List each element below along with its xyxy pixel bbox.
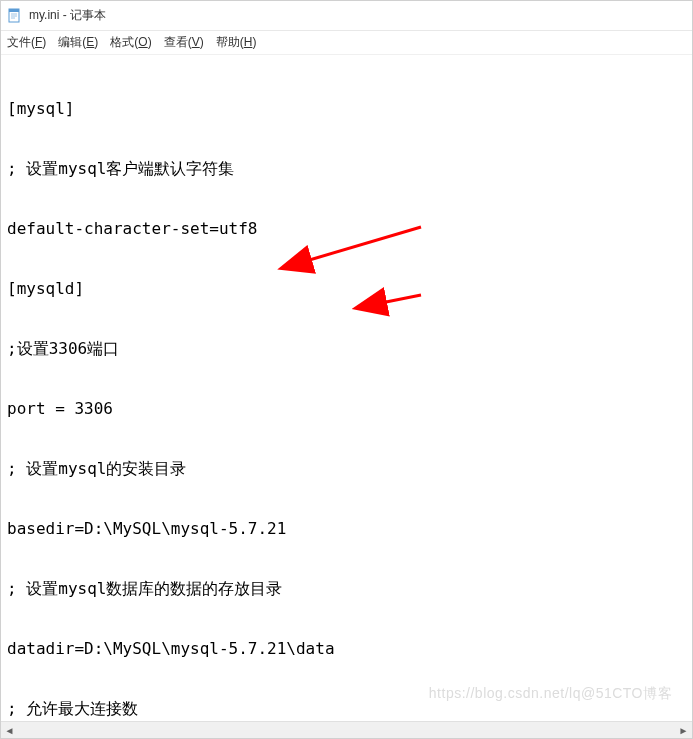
chevron-left-icon: ◄ bbox=[5, 725, 15, 736]
menu-edit[interactable]: 编辑(E) bbox=[58, 34, 98, 51]
chevron-right-icon: ► bbox=[679, 725, 689, 736]
menubar: 文件(F) 编辑(E) 格式(O) 查看(V) 帮助(H) bbox=[1, 31, 692, 55]
editor-line: ; 设置mysql的安装目录 bbox=[7, 459, 686, 479]
titlebar[interactable]: my.ini - 记事本 bbox=[1, 1, 692, 31]
editor-line: datadir=D:\MySQL\mysql-5.7.21\data bbox=[7, 639, 686, 659]
svg-rect-1 bbox=[9, 9, 19, 12]
scroll-left-button[interactable]: ◄ bbox=[1, 722, 18, 739]
watermark-text: https://blog.csdn.net/lq@51CTO博客 bbox=[429, 683, 672, 703]
menu-format[interactable]: 格式(O) bbox=[110, 34, 151, 51]
scroll-track[interactable] bbox=[18, 722, 675, 738]
window-title: my.ini - 记事本 bbox=[29, 7, 106, 24]
editor-area[interactable]: [mysql] ; 设置mysql客户端默认字符集 default-charac… bbox=[1, 55, 692, 721]
editor-line: ; 设置mysql数据库的数据的存放目录 bbox=[7, 579, 686, 599]
annotation-arrows bbox=[1, 55, 692, 715]
editor-line: [mysqld] bbox=[7, 279, 686, 299]
editor-line: port = 3306 bbox=[7, 399, 686, 419]
notepad-icon bbox=[7, 8, 23, 24]
menu-file[interactable]: 文件(F) bbox=[7, 34, 46, 51]
editor-line: default-character-set=utf8 bbox=[7, 219, 686, 239]
editor-line: ; 设置mysql客户端默认字符集 bbox=[7, 159, 686, 179]
menu-help[interactable]: 帮助(H) bbox=[216, 34, 257, 51]
menu-view[interactable]: 查看(V) bbox=[164, 34, 204, 51]
editor-line: [mysql] bbox=[7, 99, 686, 119]
editor-line: basedir=D:\MySQL\mysql-5.7.21 bbox=[7, 519, 686, 539]
notepad-window: my.ini - 记事本 文件(F) 编辑(E) 格式(O) 查看(V) 帮助(… bbox=[0, 0, 693, 739]
editor-line: ;设置3306端口 bbox=[7, 339, 686, 359]
horizontal-scrollbar[interactable]: ◄ ► bbox=[1, 721, 692, 738]
scroll-right-button[interactable]: ► bbox=[675, 722, 692, 739]
